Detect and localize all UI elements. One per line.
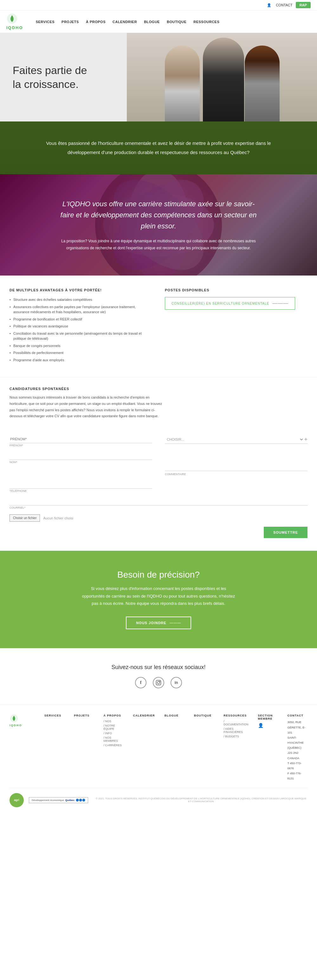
nav-boutique[interactable]: BOUTIQUE xyxy=(167,20,186,24)
logo[interactable]: IQDHO xyxy=(6,13,23,30)
logo-text: IQDHO xyxy=(6,25,23,30)
nav-apropos[interactable]: À PROPOS xyxy=(86,20,106,24)
footer-logo-text: IQDHO xyxy=(10,724,29,727)
footer-budgets[interactable]: / BUDGETS xyxy=(224,735,239,738)
footer-address: 3050, RUE GÉRETTE, E-101 xyxy=(288,720,307,735)
footer-bottom: agri Développement économique Québec 🔵🔵🔵… xyxy=(10,788,307,807)
top-bar: 👤 CONTACT RAP xyxy=(0,0,317,10)
submit-row: SOUMETTRE xyxy=(10,527,307,538)
courriel-input[interactable] xyxy=(10,498,307,506)
nav-blogue[interactable]: BLOGUE xyxy=(144,20,160,24)
footer-nos[interactable]: / NOS xyxy=(104,720,112,723)
social-icons: f in xyxy=(13,677,304,688)
benefit-item: Assurances collectives en partie payées … xyxy=(10,304,152,315)
flower-section: L'IQDHO vous offre une carrière stimulan… xyxy=(0,174,317,275)
footer-badges: agri Développement économique Québec 🔵🔵🔵 xyxy=(10,793,88,807)
footer-phone1: T 450-773-0676 xyxy=(288,761,307,771)
hero-section: Faites partie de la croissance. xyxy=(0,33,317,121)
footer-top: IQDHO SERVICES PROJETS À PROPOS / NOS / … xyxy=(10,714,307,781)
nom-input[interactable] xyxy=(10,452,152,460)
form-section: PRÉNOM* CHOISIR... Poste permanent Stage… xyxy=(0,429,317,551)
logo-icon xyxy=(6,13,18,24)
benefit-item: Conciliation du travail avec la vie pers… xyxy=(10,331,152,341)
telephone-input[interactable] xyxy=(10,481,152,489)
footer-phone2: F 450-776-8131 xyxy=(288,771,307,781)
footer-services: SERVICES xyxy=(44,714,64,781)
footer-section-membre: SECTION MEMBRE 👤 xyxy=(258,714,278,781)
main-nav: IQDHO SERVICES PROJETS À PROPOS CALENDRI… xyxy=(0,10,317,33)
precision-heading: Besoin de précision? xyxy=(13,570,304,580)
hero-people xyxy=(127,33,317,121)
rap-button[interactable]: RAP xyxy=(296,2,311,8)
nav-services[interactable]: SERVICES xyxy=(36,20,54,24)
quebec-badge: Développement économique Québec 🔵🔵🔵 xyxy=(29,797,88,803)
footer: IQDHO SERVICES PROJETS À PROPOS / NOS / … xyxy=(0,704,317,816)
nav-calendrier[interactable]: CALENDRIER xyxy=(112,20,137,24)
benefits-heading: DE MULTIPLES AVANTAGES À VOTRE PORTÉE! xyxy=(10,288,152,292)
flower-text: L'IQDHO vous offre une carrière stimulan… xyxy=(48,186,269,264)
footer-city: SAINT-HYACINTHE (QUÉBEC) xyxy=(288,735,307,751)
hero-heading: Faites partie de la croissance. xyxy=(13,63,87,91)
social-heading: Suivez-nous sur les réseaux sociaux! xyxy=(13,664,304,671)
footer-calendrier: CALENDRIER xyxy=(133,714,155,781)
footer-carrieres[interactable]: / CARRIÈRES xyxy=(104,744,122,747)
person1 xyxy=(165,46,200,121)
nav-ressources[interactable]: RESSOURCES xyxy=(194,20,219,24)
benefits-jobs-section: DE MULTIPLES AVANTAGES À VOTRE PORTÉE! S… xyxy=(0,275,317,377)
plus-icon: + xyxy=(304,436,307,443)
jobs-col: POSTES DISPONIBLES CONSEILLER(ÈRE) EN SE… xyxy=(165,288,307,364)
footer-aides[interactable]: / AIDES FINANCIÈRES xyxy=(224,727,243,733)
candidatures-text: Nous sommes toujours intéressés à trouve… xyxy=(10,395,168,420)
commentaire-col: COMMENTAIRE xyxy=(165,452,307,476)
footer-blogue: BLOGUE xyxy=(165,714,184,781)
nous-joindre-button[interactable]: NOUS JOINDRE ——— xyxy=(126,617,191,629)
agri-badge: agri xyxy=(10,793,24,807)
file-none-label: Aucun fichier choisi xyxy=(43,516,73,520)
choisir-row: CHOISIR... Poste permanent Stage Emploi … xyxy=(165,435,307,444)
benefit-item: Programme de bonification et REER collec… xyxy=(10,317,152,322)
person2 xyxy=(203,38,244,121)
footer-apropos-heading: À PROPOS xyxy=(104,714,123,717)
form-row-1: PRÉNOM* CHOISIR... Poste permanent Stage… xyxy=(10,435,307,447)
benefit-item: Structure avec des échelles salariales c… xyxy=(10,297,152,302)
commentaire-input[interactable] xyxy=(165,452,307,471)
choisir-select[interactable]: CHOISIR... Poste permanent Stage Emploi … xyxy=(165,435,304,444)
footer-ressources: RESSOURCES / DOCUMENTATION / AIDES FINAN… xyxy=(224,714,248,781)
instagram-icon[interactable] xyxy=(153,677,164,688)
social-section: Suivez-nous sur les réseaux sociaux! f i… xyxy=(0,648,317,704)
footer-nos-membres[interactable]: / NOS MEMBRES xyxy=(104,736,118,743)
submit-button[interactable]: SOUMETTRE xyxy=(264,527,307,538)
linkedin-icon[interactable]: in xyxy=(171,677,182,688)
benefits-list: Structure avec des échelles salariales c… xyxy=(10,297,152,363)
prenom-input[interactable] xyxy=(10,435,152,443)
footer-documentation[interactable]: / DOCUMENTATION xyxy=(224,720,248,726)
nav-list: SERVICES PROJETS À PROPOS CALENDRIER BLO… xyxy=(36,19,220,24)
commentaire-label: COMMENTAIRE xyxy=(165,473,307,476)
telephone-label: TÉLÉPHONE xyxy=(10,489,152,493)
svg-point-3 xyxy=(159,681,160,682)
prenom-label: PRÉNOM* xyxy=(10,444,152,447)
precision-section: Besoin de précision? Si vous désirez plu… xyxy=(0,551,317,648)
file-choose-button[interactable]: Choisir un fichier xyxy=(10,514,40,522)
form-row-4: COURRIEL* xyxy=(10,498,307,509)
precision-text: Si vous désirez plus d'information conce… xyxy=(79,585,238,607)
empty-col xyxy=(165,481,307,493)
footer-legal: © 2021. TOUS DROITS RÉSERVÉS. INSTITUT Q… xyxy=(94,797,307,803)
facebook-icon[interactable]: f xyxy=(135,677,146,688)
green-section-text: Vous êtes passionné de l'horticulture or… xyxy=(32,139,285,157)
form-row-2: NOM* COMMENTAIRE xyxy=(10,452,307,476)
footer-info[interactable]: / INFO xyxy=(104,732,112,735)
hero-text: Faites partie de la croissance. xyxy=(0,51,99,104)
svg-rect-1 xyxy=(156,681,161,685)
footer-notre-equipe[interactable]: / NOTRE ÉQUIPE xyxy=(104,724,115,730)
benefit-item: Politique de vacances avantageuse xyxy=(10,324,152,329)
job-button[interactable]: CONSEILLER(ÈRE) EN SERRICULTURE ORNEMENT… xyxy=(165,297,295,310)
benefit-item: Programme d'aide aux employés xyxy=(10,358,152,363)
contact-link[interactable]: CONTACT xyxy=(276,3,292,7)
job-arrow: ——— xyxy=(272,301,288,306)
benefit-item: Possibilités de perfectionnement xyxy=(10,350,152,356)
courriel-col: COURRIEL* xyxy=(10,498,307,509)
flower-subtext: La proposition? Vous joindre à une équip… xyxy=(60,238,257,251)
telephone-col: TÉLÉPHONE xyxy=(10,481,152,493)
nav-projets[interactable]: PROJETS xyxy=(61,20,79,24)
